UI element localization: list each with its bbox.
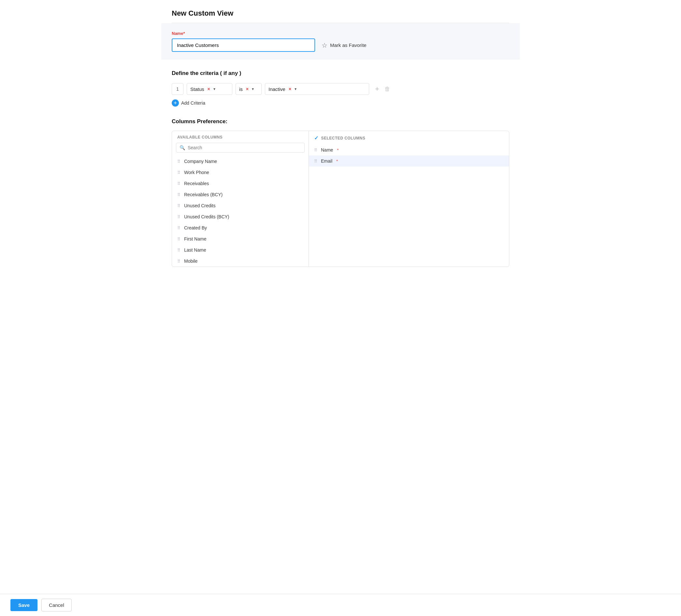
drag-handle-icon: ⠿ <box>177 181 181 186</box>
drag-handle-icon: ⠿ <box>177 237 181 241</box>
columns-section: Columns Preference: AVAILABLE COLUMNS 🔍 … <box>172 118 509 267</box>
available-column-label: Created By <box>184 225 207 230</box>
drag-handle-icon: ⠿ <box>314 148 318 152</box>
footer: Save Cancel <box>0 594 681 616</box>
criteria-field-clear[interactable]: × <box>207 87 211 91</box>
list-item[interactable]: ⠿ Name * <box>309 144 509 155</box>
drag-handle-icon: ⠿ <box>177 159 181 164</box>
list-item[interactable]: ⠿ Mobile <box>172 255 308 267</box>
criteria-value-text: Inactive <box>269 87 285 92</box>
criteria-value-clear[interactable]: × <box>288 87 292 91</box>
favorite-label: Mark as Favorite <box>330 42 367 48</box>
criteria-operator-chevron[interactable]: ▾ <box>252 87 254 91</box>
search-icon: 🔍 <box>179 145 185 150</box>
list-item[interactable]: ⠿ First Name <box>172 233 308 244</box>
drag-handle-icon: ⠿ <box>177 193 181 197</box>
available-column-label: Unused Credits <box>184 203 216 208</box>
mark-favorite-button[interactable]: ☆ Mark as Favorite <box>322 41 367 49</box>
criteria-section: Define the criteria ( if any ) 1 Status … <box>172 60 509 106</box>
drag-handle-icon: ⠿ <box>314 159 318 163</box>
add-criteria-label: Add Criteria <box>181 100 205 106</box>
add-criteria-button[interactable]: + Add Criteria <box>172 99 205 106</box>
columns-container: AVAILABLE COLUMNS 🔍 ⠿ Company Name ⠿ Wor… <box>172 131 509 267</box>
name-input[interactable] <box>172 39 315 52</box>
selected-columns-panel: ✓ SELECTED COLUMNS ⠿ Name * ⠿ Email * <box>309 131 509 267</box>
selected-column-list: ⠿ Name * ⠿ Email * <box>309 144 509 267</box>
delete-row-button[interactable]: 🗑 <box>383 86 392 93</box>
name-section: Name* ☆ Mark as Favorite <box>161 23 520 60</box>
list-item[interactable]: ⠿ Receivables <box>172 178 308 189</box>
list-item[interactable]: ⠿ Work Phone <box>172 167 308 178</box>
criteria-field-select[interactable]: Status × ▾ <box>187 83 232 95</box>
available-column-label: Last Name <box>184 247 206 253</box>
add-circle-icon: + <box>172 99 179 106</box>
columns-title: Columns Preference: <box>172 118 509 125</box>
available-column-label: Unused Credits (BCY) <box>184 214 229 219</box>
available-columns-header: AVAILABLE COLUMNS <box>172 131 308 143</box>
available-column-label: Receivables (BCY) <box>184 192 223 197</box>
name-row: ☆ Mark as Favorite <box>172 39 509 52</box>
available-column-label: Work Phone <box>184 170 209 175</box>
list-item[interactable]: ⠿ Receivables (BCY) <box>172 189 308 200</box>
criteria-value-select[interactable]: Inactive × ▾ <box>265 83 369 95</box>
list-item[interactable]: ⠿ Company Name <box>172 156 308 167</box>
drag-handle-icon: ⠿ <box>177 204 181 208</box>
list-item[interactable]: ⠿ Unused Credits (BCY) <box>172 211 308 222</box>
available-column-label: Mobile <box>184 258 198 264</box>
criteria-field-chevron[interactable]: ▾ <box>213 87 216 91</box>
available-column-label: Company Name <box>184 159 217 164</box>
drag-handle-icon: ⠿ <box>177 259 181 263</box>
check-circle-icon: ✓ <box>314 135 318 141</box>
name-label: Name* <box>172 31 509 36</box>
criteria-title: Define the criteria ( if any ) <box>172 70 509 77</box>
available-columns-panel: AVAILABLE COLUMNS 🔍 ⠿ Company Name ⠿ Wor… <box>172 131 309 267</box>
page-title: New Custom View <box>172 9 509 23</box>
list-item[interactable]: ⠿ Email * <box>309 155 509 167</box>
drag-handle-icon: ⠿ <box>177 170 181 175</box>
available-search-box[interactable]: 🔍 <box>176 143 305 152</box>
criteria-operator-select[interactable]: is × ▾ <box>235 83 262 95</box>
list-item[interactable]: ⠿ Created By <box>172 222 308 233</box>
available-header-label: AVAILABLE COLUMNS <box>177 135 223 140</box>
selected-header-label: SELECTED COLUMNS <box>321 136 365 141</box>
list-item[interactable]: ⠿ Unused Credits <box>172 200 308 211</box>
available-search-input[interactable] <box>188 145 301 150</box>
save-button[interactable]: Save <box>10 599 37 611</box>
drag-handle-icon: ⠿ <box>177 215 181 219</box>
selected-column-label: Email <box>321 158 332 164</box>
criteria-operator-clear[interactable]: × <box>245 87 249 91</box>
selected-columns-header: ✓ SELECTED COLUMNS <box>309 131 509 144</box>
drag-handle-icon: ⠿ <box>177 248 181 252</box>
available-column-list: ⠿ Company Name ⠿ Work Phone ⠿ Receivable… <box>172 156 308 267</box>
criteria-value-chevron[interactable]: ▾ <box>295 87 297 91</box>
list-item[interactable]: ⠿ Last Name <box>172 244 308 255</box>
cancel-button[interactable]: Cancel <box>42 599 72 611</box>
criteria-actions: + 🗑 <box>374 85 392 93</box>
drag-handle-icon: ⠿ <box>177 226 181 230</box>
criteria-field-value: Status <box>190 87 204 92</box>
star-icon: ☆ <box>322 41 327 49</box>
required-star: * <box>336 159 338 164</box>
required-star: * <box>337 148 338 152</box>
available-column-label: Receivables <box>184 181 209 186</box>
selected-column-label: Name <box>321 147 333 152</box>
criteria-operator-value: is <box>239 87 243 92</box>
add-row-button[interactable]: + <box>374 85 381 93</box>
criteria-number: 1 <box>172 83 183 95</box>
available-column-label: First Name <box>184 236 206 242</box>
criteria-row: 1 Status × ▾ is × ▾ Inactive × ▾ + 🗑 <box>172 83 509 95</box>
